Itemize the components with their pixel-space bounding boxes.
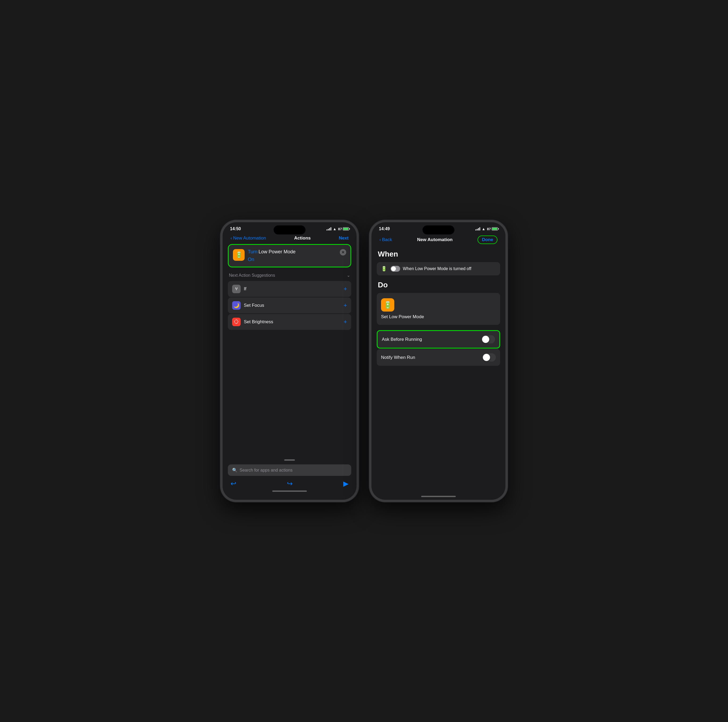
drag-handle [284, 459, 295, 461]
suggestion-set-brightness[interactable]: 🌣 Set Brightness + [228, 314, 351, 330]
done-button[interactable]: Done [477, 236, 497, 244]
notify-when-run-toggle[interactable] [482, 353, 496, 361]
play-button[interactable]: ▶ [343, 480, 349, 488]
suggestion-if[interactable]: ⑂ If + [228, 281, 351, 297]
action-close-button[interactable]: ✕ [340, 249, 346, 255]
toggle-knob-2 [483, 354, 490, 361]
nav-bar-right: ‹ Back New Automation Done [377, 233, 500, 247]
add-brightness-button[interactable]: + [344, 318, 347, 325]
focus-icon: 🌙 [232, 301, 241, 310]
toggle-knob [482, 336, 489, 343]
if-icon: ⑂ [232, 285, 241, 293]
settings-section: Ask Before Running Notify When Run [377, 330, 500, 366]
ask-before-running-row[interactable]: Ask Before Running [377, 330, 500, 349]
action-text: Turn Low Power Mode On [248, 249, 303, 262]
battery-right: 87 [487, 227, 498, 231]
do-action-label: Set Low Power Mode [381, 314, 424, 320]
ask-before-running-label: Ask Before Running [382, 337, 422, 342]
battery: 87 [338, 227, 349, 231]
wifi-icon: ▲ [333, 227, 336, 231]
battery-icon [343, 227, 349, 231]
when-condition-text: When Low Power Mode is turned off [403, 266, 471, 271]
nav-bar: ‹ New Automation Actions Next [228, 233, 351, 244]
battery-icon-right [492, 227, 498, 231]
chevron-left-icon: ‹ [231, 236, 232, 241]
brightness-icon: 🌣 [232, 318, 241, 326]
search-placeholder: Search for apps and actions [240, 468, 292, 473]
chevron-left-icon-right: ‹ [379, 237, 381, 242]
back-button[interactable]: ‹ New Automation [231, 236, 266, 241]
notify-when-run-label: Notify When Run [381, 355, 415, 360]
status-icons-right: ▲ 87 [476, 227, 498, 231]
do-section: Do 🔋 Set Low Power Mode [377, 281, 500, 325]
condition-toggle-icon [391, 266, 400, 272]
suggestion-set-focus[interactable]: 🌙 Set Focus + [228, 297, 351, 314]
low-power-mode-icon: 🔋 [233, 249, 245, 261]
do-label: Do [377, 281, 500, 289]
close-icon: ✕ [341, 250, 344, 254]
search-icon: 🔍 [232, 468, 237, 473]
low-power-toggle-icon: 🔋 [381, 266, 387, 272]
when-section: When 🔋 When Low Power Mode is turned off [377, 250, 500, 275]
bottom-toolbar: 🔍 Search for apps and actions ↩ ↪ ▶ [223, 459, 356, 500]
home-bar [272, 491, 307, 492]
ask-before-running-toggle[interactable] [482, 335, 495, 343]
action-card: 🔋 Turn Low Power Mode On ✕ [228, 244, 351, 268]
right-phone: 14:49 ▲ 87 ‹ Back New Automation Done [369, 220, 508, 502]
add-if-button[interactable]: + [344, 286, 347, 292]
chevron-down-icon[interactable]: ⌄ [347, 273, 350, 278]
left-phone: 14:50 ▲ 87 ‹ New Automation Actions Next [220, 220, 359, 502]
when-label: When [377, 250, 500, 259]
notify-when-run-row[interactable]: Notify When Run [377, 349, 500, 366]
when-condition-row[interactable]: 🔋 When Low Power Mode is turned off [377, 262, 500, 275]
search-bar[interactable]: 🔍 Search for apps and actions [228, 464, 351, 476]
if-label: If [244, 286, 246, 292]
dynamic-island-right [422, 225, 454, 234]
dynamic-island [274, 225, 306, 234]
turn-label[interactable]: Turn [248, 249, 257, 255]
focus-label: Set Focus [244, 303, 264, 308]
home-bar-right [421, 496, 456, 497]
add-focus-button[interactable]: + [344, 302, 347, 309]
toolbar-actions: ↩ ↪ ▶ [228, 480, 351, 488]
nav-title-right: New Automation [417, 237, 453, 242]
back-button-right[interactable]: ‹ Back [379, 237, 392, 242]
do-card[interactable]: 🔋 Set Low Power Mode [377, 293, 500, 325]
do-action-icon: 🔋 [381, 298, 394, 312]
brightness-label: Set Brightness [244, 319, 273, 324]
signal-icon [327, 227, 331, 231]
status-time: 14:50 [230, 226, 241, 231]
suggestions-header: Next Action Suggestions ⌄ [228, 273, 351, 278]
redo-button[interactable]: ↪ [287, 480, 293, 488]
status-icons: ▲ 87 [327, 227, 349, 231]
on-label[interactable]: On [248, 257, 303, 262]
action-card-content: 🔋 Turn Low Power Mode On [233, 249, 303, 262]
signal-icon-right [476, 227, 480, 231]
nav-title: Actions [294, 236, 310, 241]
suggestions-title: Next Action Suggestions [229, 273, 275, 278]
next-button[interactable]: Next [339, 236, 349, 241]
undo-button[interactable]: ↩ [231, 480, 236, 488]
status-time-right: 14:49 [379, 226, 390, 231]
mode-label: Low Power Mode [258, 249, 295, 255]
wifi-icon-right: ▲ [482, 227, 485, 231]
suggestion-list: ⑂ If + 🌙 Set Focus + 🌣 Set Brightness + [228, 281, 351, 330]
